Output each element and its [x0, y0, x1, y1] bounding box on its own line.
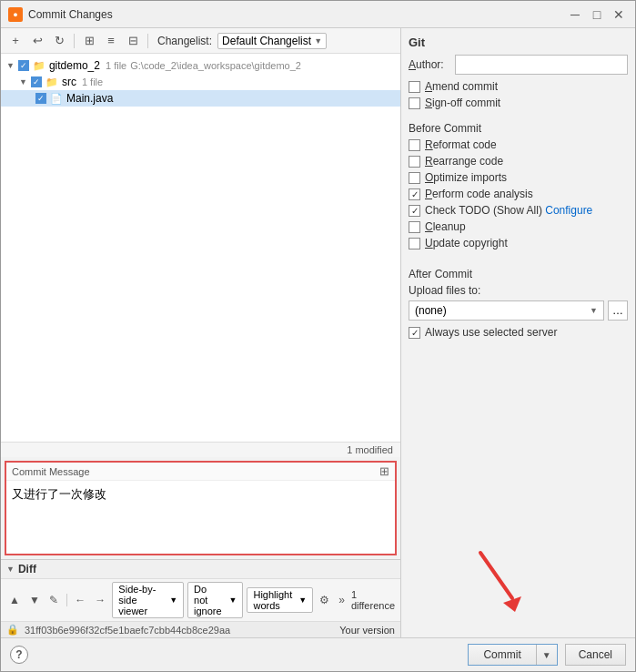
signoff-checkbox[interactable] [409, 97, 420, 109]
upload-row: (none) ▼ … [409, 300, 628, 321]
ignore-arrow: ▼ [229, 596, 237, 605]
commit-message-input[interactable]: 又进行了一次修改 [6, 481, 395, 554]
rearrange-row: Rearrange code [409, 155, 628, 168]
file-name: Main.java [66, 92, 113, 105]
diff-left-button[interactable]: ← [72, 593, 88, 607]
viewer-dropdown[interactable]: Side-by-side viewer ▼ [112, 582, 184, 618]
commit-message-header: Commit Message ⊞ [6, 463, 395, 481]
reformat-checkbox[interactable] [409, 139, 420, 151]
refresh-button[interactable]: ↻ [50, 32, 68, 50]
cancel-button[interactable]: Cancel [565, 644, 626, 666]
after-commit-section: After Commit Upload files to: (none) ▼ …… [409, 260, 628, 342]
highlight-label: Highlight words [253, 589, 292, 611]
add-button[interactable]: + [6, 32, 25, 50]
minimize-button[interactable]: ─ [566, 5, 584, 24]
cleanup-checkbox[interactable] [409, 221, 420, 233]
diff-file-version: Your version [339, 625, 395, 636]
after-commit-label: After Commit [409, 268, 628, 280]
always-use-row: Always use selected server [409, 326, 628, 339]
right-panel: Git Author: Amend commit Sign-off commit… [401, 28, 635, 637]
tree-item-gitdemo2[interactable]: ▼ ✓ 📁 gitdemo_2 1 file G:\code_2\idea_wo… [1, 57, 400, 74]
modified-text: 1 modified [347, 444, 393, 455]
diff-file-hash: 31ff03b6e996f32cf5e1baefc7cbb44cb8ce29aa [25, 625, 230, 636]
changelist-value: Default Changelist [222, 35, 311, 47]
author-input[interactable] [455, 55, 628, 75]
diff-header: ▼ Diff [1, 560, 400, 579]
src-meta: 1 file [82, 76, 103, 87]
tree-item-main-java[interactable]: ✓ 📄 Main.java [1, 90, 400, 107]
highlight-dropdown[interactable]: Highlight words ▼ [247, 587, 313, 613]
maximize-button[interactable]: □ [588, 5, 606, 24]
separator-2 [147, 34, 148, 48]
optimize-checkbox[interactable] [409, 172, 420, 184]
group-button[interactable]: ⊟ [124, 32, 142, 50]
changelist-label: Changelist: [157, 35, 212, 47]
author-field-row: Author: [409, 55, 628, 75]
main-window: ● Commit Changes ─ □ ✕ + ↩ ↻ ⊞ ≡ ⊟ Chang… [0, 0, 636, 672]
lock-icon: 🔒 [6, 624, 19, 636]
signoff-label: Sign-off commit [425, 97, 500, 109]
cleanup-row: Cleanup [409, 220, 628, 233]
folder-name: gitdemo_2 [49, 59, 100, 72]
checktodo-checkbox[interactable] [409, 205, 420, 217]
ignore-label: Do not ignore [194, 584, 222, 616]
diff-expand-arrow[interactable]: ▼ [6, 565, 15, 574]
diff-edit-button[interactable]: ✎ [46, 593, 61, 607]
diff-button[interactable]: ⊞ [80, 32, 98, 50]
cleanup-label: Cleanup [425, 220, 466, 233]
checktodo-row: Check TODO (Show All) Configure [409, 204, 628, 217]
bottom-bar: ? Commit ▼ Cancel [1, 637, 635, 671]
commit-dropdown-button[interactable]: ▼ [537, 645, 557, 665]
perform-row: Perform code analysis [409, 188, 628, 200]
viewer-label: Side-by-side viewer [118, 584, 163, 616]
rearrange-checkbox[interactable] [409, 156, 420, 168]
main-content: + ↩ ↻ ⊞ ≡ ⊟ Changelist: Default Changeli… [1, 28, 635, 637]
checkbox-src[interactable]: ✓ [31, 76, 42, 87]
file-icon: 📄 [50, 93, 63, 105]
always-use-checkbox[interactable] [409, 327, 420, 339]
folder-path: G:\code_2\idea_workspace\gitdemo_2 [130, 60, 301, 71]
close-button[interactable]: ✕ [610, 5, 628, 24]
ignore-dropdown[interactable]: Do not ignore ▼ [187, 582, 243, 618]
changelist-dropdown[interactable]: Default Changelist ▼ [217, 33, 327, 49]
commit-message-icon[interactable]: ⊞ [379, 464, 389, 478]
configure-link[interactable]: Configure [545, 204, 592, 217]
rearrange-label: Rearrange code [425, 155, 503, 168]
diff-title: Diff [18, 563, 36, 575]
upload-dropdown-arrow: ▼ [590, 306, 598, 315]
always-use-label: Always use selected server [425, 326, 557, 339]
diff-more-button[interactable]: » [336, 593, 348, 607]
amend-checkbox[interactable] [409, 81, 420, 93]
tree-item-src[interactable]: ▼ ✓ 📁 src 1 file [1, 74, 400, 90]
perform-checkbox[interactable] [409, 188, 420, 200]
commit-message-label: Commit Message [12, 466, 90, 477]
diff-settings-button[interactable]: ⚙ [317, 593, 332, 607]
help-button[interactable]: ? [10, 646, 28, 664]
diff-down-button[interactable]: ▼ [26, 593, 43, 607]
undo-button[interactable]: ↩ [28, 32, 46, 50]
optimize-row: Optimize imports [409, 171, 628, 184]
upload-dropdown[interactable]: (none) ▼ [409, 300, 604, 321]
src-name: src [62, 76, 76, 88]
amend-row: Amend commit [409, 80, 628, 93]
commit-btn-group: Commit ▼ [468, 644, 557, 666]
title-controls: ─ □ ✕ [566, 5, 628, 24]
copyright-checkbox[interactable] [409, 238, 420, 249]
commit-button[interactable]: Commit [469, 645, 536, 665]
checkbox-main[interactable]: ✓ [35, 93, 46, 104]
checkbox-gitdemo2[interactable]: ✓ [18, 60, 29, 71]
list-button[interactable]: ≡ [102, 32, 120, 50]
upload-dots-button[interactable]: … [608, 300, 628, 321]
commit-message-area: Commit Message ⊞ 又进行了一次修改 [5, 461, 397, 555]
diff-right-button[interactable]: → [92, 593, 108, 607]
src-folder-icon: 📁 [45, 76, 58, 88]
expand-arrow-src: ▼ [19, 77, 27, 87]
changelist-dropdown-arrow: ▼ [314, 36, 322, 46]
upload-label: Upload files to: [409, 284, 628, 297]
amend-label: Amend commit [425, 80, 498, 93]
diff-toolbar: ▲ ▼ ✎ ← → Side-by-side viewer ▼ Do not i… [1, 579, 400, 621]
reformat-row: Reformat code [409, 138, 628, 151]
diff-up-button[interactable]: ▲ [6, 593, 23, 607]
expand-arrow: ▼ [6, 61, 15, 70]
window-title: Commit Changes [28, 8, 113, 21]
